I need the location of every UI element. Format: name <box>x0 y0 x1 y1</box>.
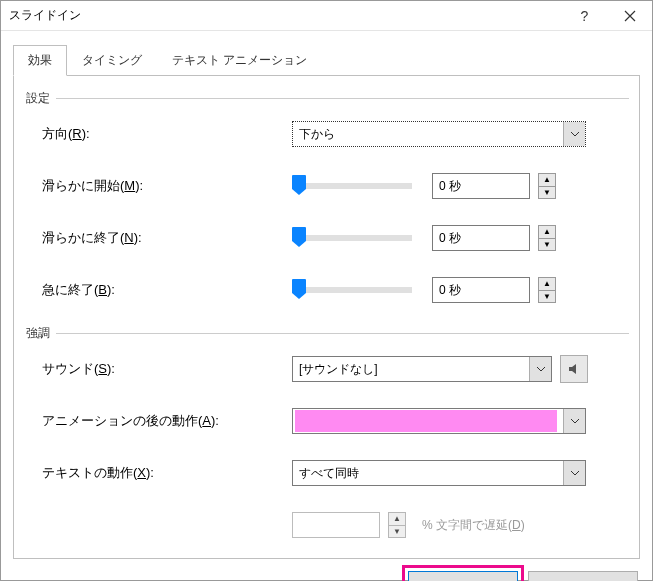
tab-bar: 効果 タイミング テキスト アニメーション <box>13 45 640 76</box>
chevron-down-icon[interactable] <box>529 357 551 381</box>
tab-timing[interactable]: タイミング <box>67 45 157 76</box>
help-button[interactable]: ? <box>562 1 607 31</box>
close-icon <box>624 10 636 22</box>
spin-down-icon[interactable]: ▼ <box>539 187 555 199</box>
after-anim-combo[interactable] <box>292 408 586 434</box>
chevron-down-icon[interactable] <box>563 461 585 485</box>
direction-label: 方向(R): <box>42 125 292 143</box>
bounce-end-value[interactable]: 0 秒 <box>432 277 530 303</box>
spin-down-icon[interactable]: ▼ <box>539 291 555 303</box>
slider-thumb[interactable] <box>292 227 306 247</box>
bounce-end-spinner[interactable]: ▲▼ <box>538 277 556 303</box>
delay-pct-label: % 文字間で遅延(D) <box>422 517 525 534</box>
direction-combo[interactable]: 下から <box>292 121 586 147</box>
close-button[interactable] <box>607 1 652 31</box>
bounce-end-slider[interactable] <box>292 287 412 293</box>
after-anim-label: アニメーションの後の動作(A): <box>42 412 292 430</box>
chevron-down-icon[interactable] <box>563 122 585 146</box>
chevron-down-icon[interactable] <box>563 409 585 433</box>
spin-up-icon: ▲ <box>389 513 405 526</box>
smooth-end-spinner[interactable]: ▲▼ <box>538 225 556 251</box>
smooth-end-value[interactable]: 0 秒 <box>432 225 530 251</box>
cancel-button[interactable]: キャンセル <box>528 571 638 581</box>
spin-up-icon[interactable]: ▲ <box>539 278 555 291</box>
smooth-start-value[interactable]: 0 秒 <box>432 173 530 199</box>
smooth-end-slider[interactable] <box>292 235 412 241</box>
spin-down-icon[interactable]: ▼ <box>539 239 555 251</box>
group-emphasis: 強調 <box>26 325 629 342</box>
titlebar: スライドイン ? <box>1 1 652 31</box>
smooth-end-label: 滑らかに終了(N): <box>42 229 292 247</box>
spin-down-icon: ▼ <box>389 526 405 538</box>
spin-up-icon[interactable]: ▲ <box>539 226 555 239</box>
text-anim-label: テキストの動作(X): <box>42 464 292 482</box>
smooth-start-label: 滑らかに開始(M): <box>42 177 292 195</box>
spin-up-icon[interactable]: ▲ <box>539 174 555 187</box>
effect-panel: 設定 方向(R): 下から 滑らかに開始(M): 0 秒 ▲▼ 滑 <box>13 75 640 559</box>
smooth-start-spinner[interactable]: ▲▼ <box>538 173 556 199</box>
dialog-footer: OK キャンセル <box>1 559 652 581</box>
ok-button[interactable]: OK <box>408 571 518 581</box>
window-title: スライドイン <box>9 7 562 24</box>
sound-preview-button[interactable] <box>560 355 588 383</box>
sound-combo[interactable]: [サウンドなし] <box>292 356 552 382</box>
speaker-icon <box>567 362 581 376</box>
bounce-end-label: 急に終了(B): <box>42 281 292 299</box>
after-anim-color-swatch <box>295 410 557 432</box>
group-settings: 設定 <box>26 90 629 107</box>
delay-pct-value <box>292 512 380 538</box>
tab-text-animation[interactable]: テキスト アニメーション <box>157 45 322 76</box>
text-anim-combo[interactable]: すべて同時 <box>292 460 586 486</box>
tab-effect[interactable]: 効果 <box>13 45 67 76</box>
slider-thumb[interactable] <box>292 279 306 299</box>
delay-pct-spinner: ▲▼ <box>388 512 406 538</box>
slider-thumb[interactable] <box>292 175 306 195</box>
smooth-start-slider[interactable] <box>292 183 412 189</box>
sound-label: サウンド(S): <box>42 360 292 378</box>
